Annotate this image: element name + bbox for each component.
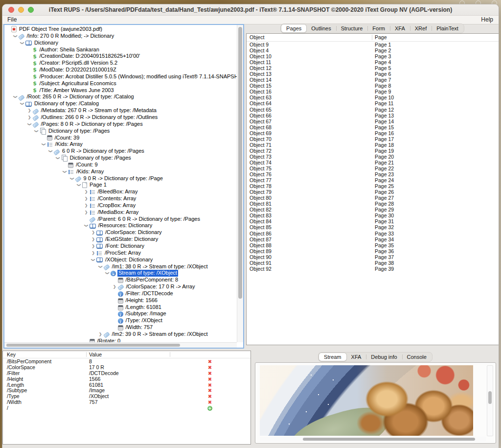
tab-console[interactable]: Console	[402, 353, 432, 361]
pages-table-row[interactable]: Object 75Page 22	[247, 165, 499, 171]
tree-row[interactable]: /ModDate: D:20220210100019Z	[4, 67, 237, 73]
titlebar[interactable]: iText RUPS - /Users/Shared/PDFdata/test_…	[2, 4, 499, 16]
delete-icon[interactable]: ✖	[208, 394, 212, 399]
tree-row[interactable]: ❯/MediaBox: Array	[4, 209, 237, 216]
delete-icon[interactable]: ✖	[208, 382, 212, 388]
inspector-row[interactable]: /Width757✖	[3, 400, 250, 405]
tree-row[interactable]: ❯Stream of type: /XObject	[4, 270, 237, 277]
tree-row[interactable]: ❯/Root: 265 0 R -> Dictionary of type: /…	[4, 94, 237, 100]
tree-row[interactable]: ❯/Outlines: 266 0 R -> Dictionary of typ…	[4, 114, 237, 121]
expander-icon[interactable]: ❯	[19, 101, 26, 107]
tree-row[interactable]: ❯Dictionary	[4, 40, 237, 47]
inspector-row[interactable]: /Type/XObject✖	[3, 394, 250, 400]
zoom-button[interactable]	[28, 7, 34, 13]
delete-icon[interactable]: ✖	[208, 377, 212, 382]
expander-icon[interactable]: ❯	[83, 209, 90, 216]
expander-icon[interactable]: ❯	[83, 189, 90, 195]
pages-table-row[interactable]: Object 73Page 20	[247, 154, 499, 160]
expander-icon[interactable]: ❯	[40, 141, 47, 148]
pages-table-row[interactable]: Object 86Page 33	[247, 231, 499, 236]
pages-table-row[interactable]: Object 67Page 14	[247, 118, 499, 124]
tree-row[interactable]: /Width: 757	[4, 324, 237, 331]
pages-table-row[interactable]: Object 68Page 15	[247, 124, 499, 130]
tree-row[interactable]: ❯/XObject: Dictionary	[4, 257, 237, 263]
tree-row[interactable]: ❯/ExtGState: Dictionary	[4, 236, 237, 243]
expander-icon[interactable]: ❯	[112, 283, 118, 290]
tree-row[interactable]: ❯/ProcSet: Array	[4, 250, 237, 257]
inspector-row[interactable]: /BitsPerComponent8✖	[3, 359, 250, 365]
expander-icon[interactable]: ❯	[76, 182, 83, 189]
pages-table-row[interactable]: Object 4Page 2	[247, 47, 499, 53]
tree-row[interactable]: /Parent: 6 0 R -> Dictionary of type: /P…	[4, 216, 237, 223]
add-icon[interactable]: +	[207, 406, 212, 411]
pages-table-row[interactable]: Object 16Page 9	[247, 89, 499, 94]
pages-table-row[interactable]: Object 92Page 39	[247, 266, 499, 272]
pages-table-row[interactable]: Object 9Page 1	[247, 42, 499, 47]
pages-table-row[interactable]: Object 10Page 3	[247, 53, 499, 59]
expander-icon[interactable]: ❯	[12, 94, 19, 100]
expander-icon[interactable]: ❯	[19, 40, 26, 46]
preview-vertical-scrollbar-thumb[interactable]	[488, 391, 492, 404]
tab-stream[interactable]: Stream	[319, 353, 346, 361]
pages-table-row[interactable]: Object 91Page 38	[247, 260, 499, 266]
pages-table-row[interactable]: Object 64Page 11	[247, 100, 499, 106]
inspector-row[interactable]: /+	[3, 405, 250, 411]
expander-icon[interactable]: ❯	[68, 175, 75, 182]
tab-outlines[interactable]: Outlines	[306, 24, 336, 32]
pages-table-row[interactable]: Object 11Page 4	[247, 59, 499, 65]
expander-icon[interactable]: ❯	[90, 229, 96, 236]
tree-row[interactable]: ❯/Im2: 39 0 R -> Stream of type: /XObjec…	[4, 331, 237, 338]
column-header-key[interactable]: Key	[7, 352, 16, 357]
pages-table-row[interactable]: Object 69Page 16	[247, 130, 499, 136]
tab-xfa[interactable]: XFA	[346, 353, 366, 361]
expander-icon[interactable]: ❯	[104, 270, 111, 277]
tree-row[interactable]: ❯Dictionary of type: /Pages	[4, 128, 237, 135]
tree-row[interactable]: /Type: /XObject	[4, 317, 237, 324]
tree-row[interactable]: /CreationDate: D:20040915182625+10'00'	[4, 53, 237, 60]
expander-icon[interactable]: ❯	[26, 107, 33, 114]
tree-row[interactable]: ❯/Info: 270 0 R Modified; -> Dictionary	[4, 33, 237, 40]
tree-row[interactable]: ❯6 0 R -> Dictionary of type: /Pages	[4, 148, 237, 155]
tree-row[interactable]: /Rotate: 0	[4, 338, 237, 342]
pages-table-row[interactable]: Object 66Page 13	[247, 113, 499, 118]
tree-row[interactable]: ❯/Font: Dictionary	[4, 243, 237, 250]
pages-table-row[interactable]: Object 85Page 32	[247, 224, 499, 230]
tree-row[interactable]: /Subject: Agricultural Economics	[4, 80, 237, 87]
expander-icon[interactable]: ❯	[54, 155, 61, 161]
pages-table-row[interactable]: Object 87Page 34	[247, 236, 499, 242]
inspector-row[interactable]: /Subtype/Image✖	[3, 388, 250, 394]
delete-icon[interactable]: ✖	[208, 365, 212, 370]
pages-table-row[interactable]: Object 71Page 18	[247, 142, 499, 148]
preview-vertical-scrollbar[interactable]	[487, 365, 493, 436]
pages-table-row[interactable]: Object 15Page 8	[247, 83, 499, 89]
pages-table-row[interactable]: Object 13Page 6	[247, 71, 499, 77]
expander-icon[interactable]: ❯	[83, 195, 90, 202]
expander-icon[interactable]: ❯	[97, 331, 104, 338]
tab-xref[interactable]: XRef	[410, 24, 432, 32]
pages-table-row[interactable]: Object 88Page 35	[247, 242, 499, 248]
pages-table-header[interactable]: Object Page	[247, 34, 499, 42]
column-header-object[interactable]: Object	[250, 34, 264, 40]
delete-icon[interactable]: ✖	[208, 371, 212, 376]
tree-row[interactable]: /Subtype: /Image	[4, 310, 237, 317]
tree-row[interactable]: PDF Object Tree (awjune2003.pdf)	[4, 26, 237, 33]
tree-row[interactable]: ❯/Kids: Array	[4, 141, 237, 148]
pages-table-row[interactable]: Object 72Page 19	[247, 148, 499, 154]
expander-icon[interactable]: ❯	[47, 148, 54, 155]
tab-xfa[interactable]: XFA	[390, 24, 410, 32]
pages-table-row[interactable]: Object 79Page 26	[247, 189, 499, 195]
expander-icon[interactable]: ❯	[90, 236, 96, 243]
tree-horizontal-scrollbar[interactable]	[4, 342, 237, 348]
pages-table-row[interactable]: Object 81Page 28	[247, 201, 499, 207]
tree-row[interactable]: /Height: 1566	[4, 297, 237, 304]
column-header-value[interactable]: Value	[89, 352, 102, 357]
pages-table-row[interactable]: Object 14Page 7	[247, 77, 499, 83]
tab-debug-info[interactable]: Debug info	[366, 353, 402, 361]
expander-icon[interactable]: ❯	[83, 202, 90, 209]
menu-file[interactable]: File	[7, 16, 17, 23]
expander-icon[interactable]: ❯	[62, 168, 68, 175]
inspector-row[interactable]: /Height1566✖	[3, 377, 250, 382]
expander-icon[interactable]: ❯	[90, 250, 96, 257]
close-button[interactable]	[8, 7, 14, 13]
tree-horizontal-scrollbar-thumb[interactable]	[6, 344, 180, 347]
